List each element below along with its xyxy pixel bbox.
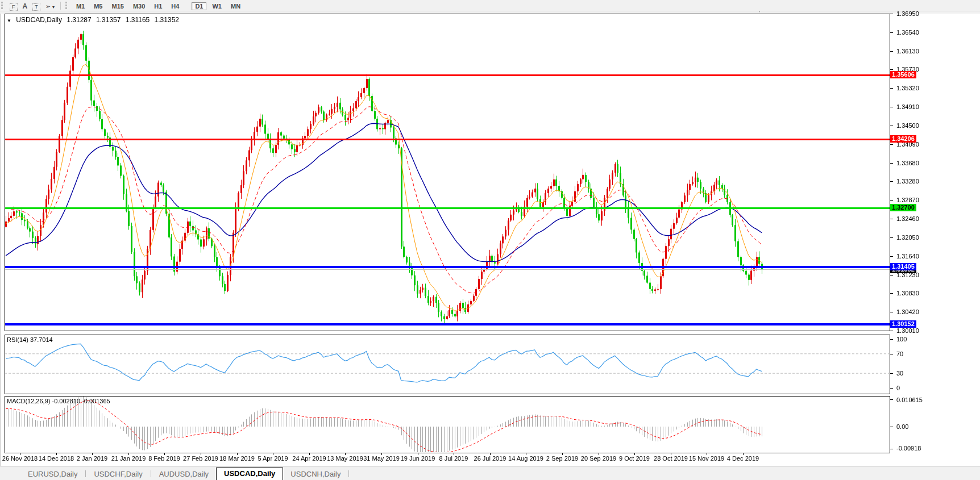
toolbar: FAT➢▾ M1M5M15M30H1H4D1W1MN — [0, 0, 980, 11]
rsi-axis-tick: 100 — [896, 336, 907, 343]
arrows-tool-icon[interactable]: ➢ — [45, 3, 51, 10]
timeframe-button-m5[interactable]: M5 — [90, 2, 106, 10]
macd-axis-tick: -0.00918 — [896, 445, 921, 452]
date-axis-label: 27 Feb 2019 — [183, 455, 218, 462]
tab-audusd-daily[interactable]: AUDUSD,Daily — [152, 469, 216, 480]
date-axis-label: 31 May 2019 — [363, 455, 400, 462]
timeframe-button-mn[interactable]: MN — [227, 2, 244, 10]
price-axis-tick: 1.35320 — [896, 85, 919, 91]
price-axis-tick: 1.32870 — [896, 197, 919, 203]
date-axis-label: 14 Dec 2018 — [39, 455, 74, 462]
hline-price-badge: 1.35606 — [890, 71, 916, 78]
hline-price-badge: 1.34206 — [890, 135, 916, 143]
timeframe-button-h4[interactable]: H4 — [168, 2, 182, 10]
date-axis-label: 13 May 2019 — [327, 455, 363, 462]
drawing-tools-group: FAT➢▾ — [7, 1, 57, 11]
fibonacci-tool-icon[interactable]: F — [10, 3, 18, 11]
toolbar-separator — [60, 2, 61, 10]
date-axis-label: 18 Mar 2019 — [219, 455, 255, 462]
date-axis-label: 26 Jul 2019 — [474, 455, 506, 462]
date-axis-label: 21 Jan 2019 — [111, 455, 146, 462]
date-axis-label: 9 Oct 2019 — [619, 455, 650, 462]
price-axis-tick: 1.30010 — [896, 327, 919, 334]
date-axis-label: 5 Apr 2019 — [258, 455, 288, 462]
tab-divider — [151, 470, 151, 477]
macd-axis-tick: 0.00 — [896, 423, 908, 430]
date-axis[interactable]: 26 Nov 201814 Dec 20182 Jan 201921 Jan 2… — [0, 453, 890, 466]
chart-title: ▼ USDCAD,Daily 1.31287 1.31357 1.31165 1… — [7, 16, 182, 24]
date-axis-label: 24 Apr 2019 — [292, 455, 326, 462]
macd-indicator-label: MACD(12,26,9) -0.002810 -0.001365 — [7, 398, 110, 404]
rsi-axis-tick: 30 — [896, 370, 903, 377]
title-symbol: USDCAD,Daily — [16, 16, 62, 24]
price-axis-tick: 1.36130 — [896, 48, 919, 55]
title-close: 1.31352 — [155, 16, 179, 24]
date-axis-label: 14 Aug 2019 — [508, 455, 543, 462]
label-tool-icon[interactable]: T — [32, 3, 40, 11]
price-axis-tick: 1.33280 — [896, 178, 919, 185]
date-axis-label: 15 Nov 2019 — [689, 455, 724, 462]
price-axis-tick: 1.34500 — [896, 122, 919, 129]
title-high: 1.31357 — [96, 16, 121, 24]
hline-price-badge: 1.31405 — [890, 263, 916, 270]
date-axis-label: 2 Jan 2019 — [77, 455, 107, 462]
price-axis-tick: 1.31640 — [896, 253, 919, 260]
tab-usdchf-daily[interactable]: USDCHF,Daily — [86, 469, 150, 480]
price-axis-tick: 1.34910 — [896, 103, 919, 110]
tab-usdcad-daily[interactable]: USDCAD,Daily — [216, 468, 283, 480]
hline-price-badge: 1.30152 — [890, 320, 916, 328]
rsi-axis-tick: 70 — [896, 350, 903, 357]
date-axis-label: 2 Sep 2019 — [546, 455, 578, 462]
date-axis-label: 4 Dec 2019 — [727, 455, 759, 462]
date-axis-label: 28 Oct 2019 — [654, 455, 688, 462]
date-axis-label: 19 Jun 2019 — [401, 455, 435, 462]
title-low: 1.31165 — [126, 16, 150, 24]
date-axis-label: 8 Jul 2019 — [439, 455, 468, 462]
price-axis-tick: 1.36540 — [896, 29, 919, 36]
rsi-axis-tick: 0 — [896, 385, 900, 391]
price-axis-tick: 1.33680 — [896, 160, 919, 166]
hline-price-badge: 1.32700 — [890, 204, 916, 211]
tab-usdcnh-daily[interactable]: USDCNH,Daily — [283, 469, 348, 480]
date-axis-label: 20 Sep 2019 — [581, 455, 616, 462]
macd-axis-tick: 0.010615 — [896, 396, 923, 403]
rsi-indicator-label: RSI(14) 37.7014 — [7, 336, 53, 343]
tab-eurusd-daily[interactable]: EURUSD,Daily — [20, 469, 85, 480]
chart-tab-bar: EURUSD,DailyUSDCHF,DailyAUDUSD,DailyUSDC… — [0, 466, 980, 480]
price-axis-tick: 1.32460 — [896, 215, 919, 222]
mt4-terminal-window: FAT➢▾ M1M5M15M30H1H4D1W1MN ▼ ▼ USDCAD,Da… — [0, 0, 980, 480]
text-tool-icon[interactable]: A — [23, 2, 28, 11]
tab-divider — [348, 470, 349, 477]
date-axis-label: 26 Nov 2018 — [2, 455, 38, 462]
timeframe-button-w1[interactable]: W1 — [209, 2, 225, 10]
toolbar-drag-handle[interactable] — [65, 2, 69, 9]
collapse-triangle-icon[interactable]: ▼ — [7, 18, 11, 23]
price-axis-tick: 1.30420 — [896, 308, 919, 315]
timeframe-button-m15[interactable]: M15 — [108, 2, 127, 10]
price-axis-tick: 1.32050 — [896, 234, 919, 241]
dropdown-caret-icon[interactable]: ▾ — [52, 5, 55, 10]
timeframe-button-m1[interactable]: M1 — [73, 2, 88, 10]
tab-divider — [85, 470, 86, 477]
chart-canvas[interactable] — [0, 0, 980, 480]
title-open: 1.31287 — [67, 16, 91, 24]
date-axis-label: 8 Feb 2019 — [148, 455, 180, 462]
price-axis[interactable]: 1.369501.365401.361301.357301.353201.349… — [890, 11, 980, 466]
timeframe-button-d1[interactable]: D1 — [192, 2, 206, 10]
timeframes-group: M1M5M15M30H1H4D1W1MN — [72, 1, 245, 11]
price-axis-tick: 1.30830 — [896, 290, 919, 297]
timeframe-button-m30[interactable]: M30 — [130, 2, 148, 10]
toolbar-drag-handle[interactable] — [1, 2, 5, 9]
timeframe-button-h1[interactable]: H1 — [151, 2, 165, 10]
